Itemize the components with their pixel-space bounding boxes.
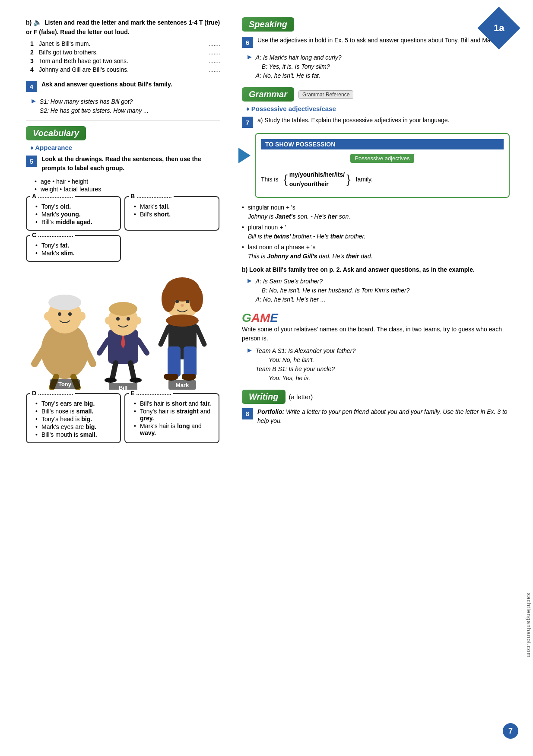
game-header-row: GAME (242, 311, 510, 325)
box-a-item: Bill's middle aged. (35, 219, 116, 226)
svg-point-39 (181, 304, 184, 307)
ex7b-b: B: No, he isn't. He is her husband. Is T… (256, 286, 410, 295)
svg-point-2 (58, 312, 61, 316)
svg-marker-48 (238, 148, 251, 163)
poss-table-row: This is { my/your/his/her/its/ our/your/… (261, 170, 504, 189)
grammar-rule-2: plural noun + ' Bill is the twins' broth… (242, 223, 510, 241)
game-a: A (251, 311, 260, 324)
list-item: 2 Bill's got two brothers. ....... (30, 49, 220, 56)
arrow-icon: ► (246, 346, 253, 383)
game-you2: You: Yes, he is. (256, 374, 355, 383)
speaking-header: Speaking (242, 17, 294, 32)
svg-point-18 (127, 317, 130, 321)
svg-line-24 (130, 363, 134, 379)
svg-point-35 (189, 286, 203, 312)
writing-sub: (a letter) (289, 393, 313, 400)
game-m: M (260, 311, 270, 324)
list-item: 3 Tom and Beth have got two sons. ......… (30, 57, 220, 64)
grammar-rule-1: singular noun + 's Johnny is Janet's son… (242, 203, 510, 221)
game-e: E (270, 311, 278, 324)
exercise-7b-instruction: b) Look at Bill's family tree on p. 2. A… (242, 265, 510, 274)
box-d-item: Mark's eyes are big. (35, 423, 116, 430)
vocabulary-header: Vocabulary (26, 126, 86, 140)
svg-text:Tony: Tony (58, 381, 72, 388)
box-e-item: Bill's hair is short and fair. (134, 400, 214, 407)
arrow-icon: ► (246, 53, 253, 80)
box-d-item: Tony's head is big. (35, 416, 116, 422)
svg-point-5 (79, 312, 86, 321)
grammar-header-row: Grammar Grammar Reference (242, 87, 510, 102)
box-d-item: Bill's mouth is small. (35, 431, 116, 438)
game-you1: You: No, he isn't. (256, 356, 355, 365)
box-a-item: Mark's young. (35, 211, 116, 218)
example-s1: S1: How many sisters has Bill got? (40, 98, 133, 105)
svg-line-21 (99, 340, 108, 353)
section-b-instruction: Listen and read the letter and mark the … (26, 19, 220, 35)
grammar-header: Grammar (242, 87, 294, 102)
svg-text:Mark: Mark (176, 382, 189, 388)
box-a-item: Tony's old. (35, 203, 116, 210)
writing-header-row: Writing (a letter) (242, 390, 510, 404)
ex7b-a2: A: No, he isn't. He's her ... (256, 296, 326, 303)
characters-svg: Tony (26, 264, 225, 390)
ex7b-a1: A: Is Sam Sue's brother? (256, 278, 323, 285)
game-section: GAME Write some of your relatives' names… (242, 311, 510, 383)
grammar-box-wrapper: TO SHOW POSSESSION Possessive adjectives… (255, 133, 510, 198)
exercise-7-num: 7 (242, 117, 253, 128)
box-e-item: Mark's hair is long and wavy. (134, 422, 214, 436)
prompts-list: age • hair • height weight • facial feat… (26, 178, 220, 193)
svg-line-41 (197, 327, 204, 344)
poss-adj-badge: Possessive adjectives (350, 154, 414, 163)
exercise-4-examples: S1: How many sisters has Bill got? S2: H… (40, 97, 149, 115)
svg-point-38 (186, 300, 189, 303)
box-d-label: D ..................... (30, 390, 75, 397)
family-text: family. (356, 176, 373, 183)
exercise-5-text: Look at the drawings. Read the sentences… (41, 155, 220, 173)
this-is-text: This is (261, 176, 278, 183)
svg-point-20 (135, 317, 141, 324)
example-s2: S2: He has got two sisters. How many ... (40, 107, 149, 114)
prompt-item: weight • facial features (35, 186, 220, 193)
speaking-a1: A: Is Mark's hair long and curly? (256, 54, 342, 61)
svg-line-23 (112, 363, 116, 379)
mark-character: Mark (161, 277, 204, 390)
exercise-7-text: a) Study the tables. Explain the possess… (257, 116, 449, 125)
list-item: 1 Janet is Bill's mum. ....... (30, 40, 220, 47)
game-example: ► Team A S1: Is Alexander your father? Y… (242, 346, 510, 383)
game-team-b: Team B S1: Is he your uncle? (256, 365, 335, 372)
svg-point-16 (109, 302, 137, 316)
svg-point-3 (68, 312, 72, 316)
svg-point-17 (116, 317, 120, 321)
box-d-item: Tony's ears are big. (35, 400, 116, 407)
grammar-rules-list: singular noun + 's Johnny is Janet's son… (242, 203, 510, 261)
exercise-5-instruction: Look at the drawings. Read the sentences… (41, 156, 201, 172)
section-b: b) 🔈 Listen and read the letter and mark… (26, 17, 220, 73)
grammar-ref-badge: Grammar Reference (298, 90, 353, 99)
open-bracket: { (283, 173, 287, 185)
exercise-4: 4 Ask and answer questions about Bill's … (26, 80, 220, 92)
game-instruction: Write some of your relatives' names on t… (242, 325, 510, 343)
writing-header: Writing (242, 390, 286, 404)
close-bracket: } (346, 173, 350, 185)
vocabulary-section: Vocabulary Appearance 5 Look at the draw… (26, 126, 220, 443)
exercise-6: 6 Use the adjectives in bold in Ex. 5 to… (242, 36, 510, 48)
appearance-header: Appearance (26, 144, 220, 151)
exercise-7b-example: ► A: Is Sam Sue's brother? B: No, he isn… (242, 277, 510, 304)
exercise-6-instruction: Use the adjectives in bold in Ex. 5 to a… (257, 37, 497, 44)
poss-words: my/your/his/her/its/ our/your/their (289, 170, 345, 189)
grammar-arrow (238, 146, 255, 166)
arrow-icon: ► (30, 97, 37, 115)
svg-line-22 (138, 340, 147, 353)
speaking-b: B: Yes, it is. Is Tony slim? (256, 63, 330, 70)
svg-point-6 (48, 295, 81, 310)
grammar-box: TO SHOW POSSESSION Possessive adjectives… (255, 133, 510, 198)
tony-character: Tony (35, 295, 93, 389)
label-grid-top: A ..................... Tony's old. Mark… (26, 196, 220, 231)
label-grid-bottom: D ..................... Tony's ears are … (26, 393, 220, 443)
box-c-item: Tony's fat. (35, 242, 116, 249)
svg-point-19 (105, 317, 111, 324)
exercise-5: 5 Look at the drawings. Read the sentenc… (26, 155, 220, 173)
speaking-section: Speaking 6 Use the adjectives in bold in… (242, 17, 510, 80)
game-examples: Team A S1: Is Alexander your father? You… (256, 346, 355, 383)
box-e-label: E ..................... (129, 390, 173, 397)
